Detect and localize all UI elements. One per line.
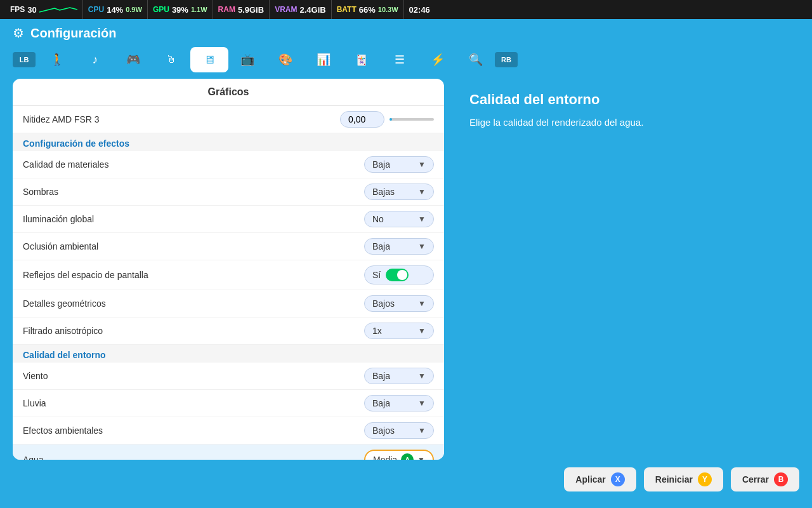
- row-sombras: Sombras Bajas ▼: [13, 178, 444, 206]
- dropdown-filtrado[interactable]: 1x ▼: [364, 323, 434, 339]
- fps-group: FPS 30: [5, 0, 83, 19]
- tab-display[interactable]: 🖥: [190, 47, 228, 72]
- dropdown-detalles[interactable]: Bajos ▼: [364, 295, 434, 312]
- close-label: Cerrar: [742, 474, 769, 485]
- label-nitidez: Nitidez AMD FSR 3: [23, 114, 100, 124]
- label-agua: Agua: [23, 455, 44, 460]
- label-iluminacion: Iluminación global: [23, 214, 94, 224]
- label-oclusion: Oclusión ambiental: [23, 241, 98, 251]
- x-button-icon: X: [611, 472, 625, 486]
- batt-label: BATT: [337, 5, 357, 14]
- section-entorno: Calidad del entorno: [13, 345, 444, 363]
- ram-value: 5.9GiB: [238, 5, 264, 15]
- cpu-watt: 0.9W: [126, 6, 142, 13]
- settings-list-inner: Nitidez AMD FSR 3 0,00 Configuración de …: [13, 106, 444, 460]
- apply-label: Aplicar: [575, 474, 605, 485]
- fps-value: 30: [27, 5, 36, 15]
- y-button-icon: Y: [698, 472, 712, 486]
- chevron-down-icon: ▼: [418, 371, 426, 380]
- close-button[interactable]: Cerrar B: [731, 467, 799, 491]
- label-sombras: Sombras: [23, 187, 58, 197]
- tab-palette[interactable]: 🎨: [266, 47, 304, 72]
- dropdown-efectos-amb[interactable]: Bajos ▼: [364, 422, 434, 439]
- tab-monitor[interactable]: 📺: [228, 47, 266, 72]
- toggle-value-reflejos: Sí: [372, 270, 381, 280]
- slider-nitidez[interactable]: 0,00: [340, 111, 434, 128]
- main-content: Gráficos Nitidez AMD FSR 3 0,00 Configur…: [0, 79, 812, 460]
- slider-track-nitidez[interactable]: [390, 118, 434, 121]
- fps-label: FPS: [10, 5, 25, 14]
- dropdown-materiales[interactable]: Baja ▼: [364, 156, 434, 173]
- label-reflejos: Reflejos del espacio de pantalla: [23, 270, 148, 280]
- gpu-label: GPU: [153, 5, 169, 14]
- row-reflejos: Reflejos del espacio de pantalla Sí: [13, 260, 444, 290]
- batt-group: BATT 66% 10.3W: [332, 0, 404, 19]
- tab-rb[interactable]: RB: [495, 52, 518, 67]
- label-lluvia: Lluvia: [23, 398, 46, 408]
- tab-card[interactable]: 🃏: [343, 47, 381, 72]
- settings-list[interactable]: Nitidez AMD FSR 3 0,00 Configuración de …: [13, 106, 444, 460]
- toggle-reflejos[interactable]: Sí: [364, 265, 434, 284]
- topbar: FPS 30 CPU 14% 0.9W GPU 39% 1.1W RAM 5.9…: [0, 0, 812, 19]
- label-efectos-amb: Efectos ambientales: [23, 425, 103, 436]
- dropdown-sombras[interactable]: Bajas ▼: [364, 184, 434, 200]
- dropdown-value-efectos-amb: Bajos: [372, 425, 395, 436]
- chevron-down-icon: ▼: [418, 160, 426, 169]
- row-lluvia: Lluvia Baja ▼: [13, 390, 444, 417]
- clock: 02:46: [409, 5, 430, 15]
- tab-mouse[interactable]: 🖱: [152, 47, 190, 72]
- tab-gamepad[interactable]: 🎮: [114, 47, 152, 72]
- cpu-label: CPU: [88, 5, 104, 14]
- tab-lb[interactable]: LB: [13, 52, 36, 67]
- row-agua: Agua Media A ▼: [13, 444, 444, 460]
- chevron-down-icon: ▼: [418, 187, 426, 196]
- row-viento: Viento Baja ▼: [13, 363, 444, 390]
- panel-title: Gráficos: [13, 79, 444, 106]
- chevron-down-icon: ▼: [418, 399, 426, 408]
- chevron-down-icon: ▼: [418, 326, 426, 335]
- dropdown-lluvia[interactable]: Baja ▼: [364, 395, 434, 411]
- right-panel: Calidad del entorno Elige la calidad del…: [457, 79, 799, 460]
- chevron-down-icon: ▼: [418, 215, 426, 224]
- toggle-switch-reflejos[interactable]: [386, 269, 409, 281]
- nav-tabs: LB 🚶 ♪ 🎮 🖱 🖥 📺 🎨 📊 🃏 ☰ ⚡ 🔍 RB: [0, 47, 812, 79]
- dropdown-viento[interactable]: Baja ▼: [364, 368, 434, 384]
- dropdown-agua[interactable]: Media A ▼: [364, 450, 434, 460]
- row-oclusion: Oclusión ambiental Baja ▼: [13, 233, 444, 260]
- cpu-group: CPU 14% 0.9W: [83, 0, 148, 19]
- left-panel: Gráficos Nitidez AMD FSR 3 0,00 Configur…: [13, 79, 444, 460]
- batt-percent: 66%: [359, 5, 376, 15]
- tab-music[interactable]: ♪: [76, 47, 114, 72]
- dropdown-oclusion[interactable]: Baja ▼: [364, 238, 434, 255]
- a-button-indicator: A: [401, 453, 414, 460]
- toggle-knob-reflejos: [397, 270, 407, 280]
- label-detalles: Detalles geométricos: [23, 298, 106, 309]
- tab-chart[interactable]: 📊: [304, 47, 343, 72]
- section-efectos: Configuración de efectos: [13, 133, 444, 151]
- tab-list[interactable]: ☰: [381, 47, 419, 72]
- ram-label: RAM: [218, 5, 235, 14]
- cpu-percent: 14%: [107, 5, 123, 15]
- dropdown-value-viento: Baja: [372, 371, 390, 381]
- b-button-icon: B: [774, 472, 788, 486]
- dropdown-value-detalles: Bajos: [372, 298, 395, 309]
- gpu-watt: 1.1W: [191, 6, 207, 13]
- bottom-bar: Aplicar X Reiniciar Y Cerrar B: [0, 460, 812, 499]
- dropdown-value-agua: Media: [373, 455, 397, 460]
- gpu-percent: 39%: [172, 5, 188, 15]
- apply-button[interactable]: Aplicar X: [564, 467, 636, 491]
- row-efectos-amb: Efectos ambientales Bajos ▼: [13, 417, 444, 444]
- chevron-down-icon: ▼: [418, 299, 426, 308]
- row-detalles: Detalles geométricos Bajos ▼: [13, 290, 444, 318]
- reset-button[interactable]: Reiniciar Y: [644, 467, 723, 491]
- row-nitidez: Nitidez AMD FSR 3 0,00: [13, 106, 444, 133]
- tab-search[interactable]: 🔍: [457, 47, 495, 72]
- vram-value: 2.4GiB: [299, 5, 325, 15]
- tab-filter[interactable]: ⚡: [419, 47, 457, 72]
- dropdown-iluminacion[interactable]: No ▼: [364, 211, 434, 227]
- vram-group: VRAM 2.4GiB: [270, 0, 332, 19]
- right-panel-title: Calidad del entorno: [469, 91, 787, 108]
- reset-label: Reiniciar: [655, 474, 693, 485]
- ram-group: RAM 5.9GiB: [213, 0, 270, 19]
- tab-person[interactable]: 🚶: [38, 47, 76, 72]
